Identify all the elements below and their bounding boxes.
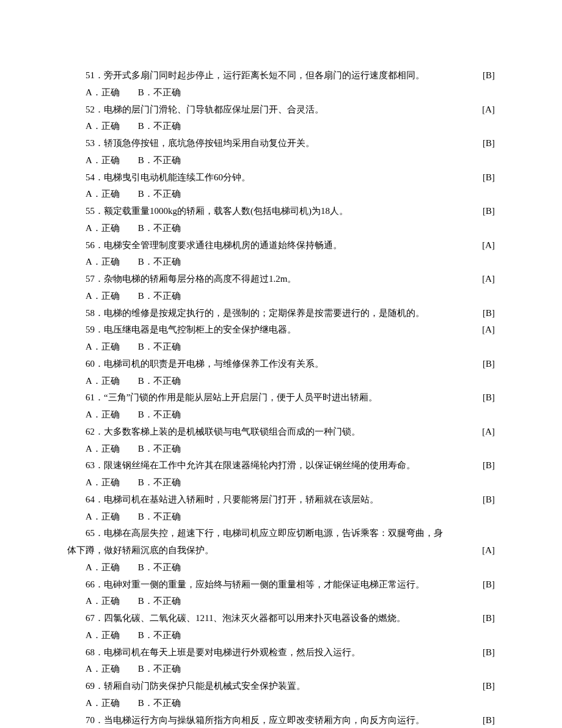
question-text: 51．旁开式多扇门同时起步停止，运行距离长短不同，但各扇门的运行速度都相同。 (67, 67, 478, 84)
answer-options: A．正确B．不正确 (67, 441, 495, 458)
option-b: B．不正确 (138, 630, 181, 640)
option-a: A．正确 (86, 87, 120, 97)
question-continuation-line: 体下蹲，做好轿厢沉底的自我保护。[A] (67, 542, 495, 559)
option-a: A．正确 (86, 596, 120, 606)
answer-key: [B] (483, 678, 495, 695)
option-a: A．正确 (86, 630, 120, 640)
question-text: 67．四氯化碳、二氧化碳、1211、泡沫灭火器都可以用来扑灭电器设备的燃烧。 (67, 610, 478, 627)
option-b: B．不正确 (138, 342, 181, 351)
question-line: 70．当电梯运行方向与操纵箱所指方向相反，应立即改变轿厢方向，向反方向运行。[B… (67, 712, 495, 729)
answer-options: A．正确B．不正确 (67, 373, 495, 390)
answer-key: [B] (483, 169, 495, 186)
question-text: 68．电梯司机在每天上班是要对电梯进行外观检查，然后投入运行。 (67, 644, 478, 661)
option-a: A．正确 (86, 698, 120, 708)
question-text: 56．电梯安全管理制度要求通往电梯机房的通道始终保持畅通。 (67, 237, 477, 254)
question-text: 63．限速钢丝绳在工作中允许其在限速器绳轮内打滑，以保证钢丝绳的使用寿命。 (67, 457, 478, 474)
answer-options: A．正确B．不正确 (67, 186, 495, 203)
option-b: B．不正确 (138, 376, 181, 386)
answer-key: [B] (483, 457, 495, 474)
answer-key: [A] (482, 271, 495, 288)
answer-key: [B] (483, 491, 495, 509)
answer-options: A．正确B．不正确 (67, 474, 495, 491)
question-continuation-text: 体下蹲，做好轿厢沉底的自我保护。 (67, 542, 477, 559)
option-b: B．不正确 (138, 87, 181, 97)
option-a: A．正确 (86, 664, 120, 674)
answer-key: [A] (482, 322, 495, 339)
option-b: B．不正确 (138, 664, 181, 674)
question-text: 57．杂物电梯的轿厢每层分格的高度不得超过1.2m。 (67, 271, 477, 288)
answer-key: [B] (483, 135, 495, 152)
answer-key: [B] (483, 203, 495, 220)
answer-options: A．正确B．不正确 (67, 254, 495, 271)
answer-options: A．正确B．不正确 (67, 559, 495, 576)
option-b: B．不正确 (138, 477, 181, 487)
answer-options: A．正确B．不正确 (67, 593, 495, 610)
question-text: 66．电砷对重一侧的重量，应始终与轿厢一侧的重量相等，才能保证电梯正常运行。 (67, 576, 478, 594)
option-b: B．不正确 (138, 257, 181, 267)
answer-key: [A] (482, 237, 495, 254)
question-text: 62．大多数客梯上装的是机械联锁与电气联锁组合而成的一种门锁。 (67, 424, 477, 441)
answer-options: A．正确B．不正确 (67, 339, 495, 356)
option-a: A．正确 (86, 477, 120, 487)
question-line: 54．电梯曳引电动机能连续工作60分钟。[B] (67, 169, 495, 186)
question-text: 53．轿顶急停按钮，底坑急停按钮均采用自动复位开关。 (67, 135, 478, 152)
question-line: 65．电梯在高层失控，超速下行，电梯司机应立即应切断电源，告诉乘客：双腿弯曲，身 (67, 525, 495, 542)
question-line: 60．电梯司机的职责是开电梯，与维修保养工作没有关系。[B] (67, 356, 495, 373)
question-line: 67．四氯化碳、二氧化碳、1211、泡沫灭火器都可以用来扑灭电器设备的燃烧。[B… (67, 610, 495, 627)
question-line: 55．额定载重量1000kg的轿厢，载客人数(包括电梯司机)为18人。[B] (67, 203, 495, 220)
option-a: A．正确 (86, 444, 120, 454)
answer-options: A．正确B．不正确 (67, 288, 495, 305)
option-a: A．正确 (86, 342, 120, 351)
question-line: 52．电梯的层门门滑轮、门导轨都应保址层门开、合灵活。[A] (67, 101, 495, 119)
option-a: A．正确 (86, 410, 120, 419)
answer-key: [B] (483, 712, 495, 729)
option-a: A．正确 (86, 121, 120, 131)
answer-options: A．正确B．不正确 (67, 661, 495, 678)
question-text: 69．轿厢自动门防夹保护只能是机械式安全保护装置。 (67, 678, 478, 695)
answer-options: A．正确B．不正确 (67, 695, 495, 712)
answer-key: [A] (482, 542, 495, 559)
option-a: A．正确 (86, 155, 120, 165)
question-line: 59．电压继电器是电气控制柜上的安全保护继电器。[A] (67, 322, 495, 339)
answer-key: [B] (483, 576, 495, 594)
option-a: A．正确 (86, 562, 120, 572)
answer-key: [B] (483, 389, 495, 406)
answer-key: [B] (483, 67, 495, 84)
question-line: 58．电梯的维修是按规定执行的，是强制的；定期保养是按需要进行的，是随机的。[B… (67, 305, 495, 322)
option-a: A．正确 (86, 189, 120, 199)
option-a: A．正确 (86, 512, 120, 521)
answer-options: A．正确B．不正确 (67, 627, 495, 644)
option-b: B．不正确 (138, 410, 181, 419)
option-a: A．正确 (86, 291, 120, 301)
answer-options: A．正确B．不正确 (67, 118, 495, 135)
answer-options: A．正确B．不正确 (67, 509, 495, 526)
option-b: B．不正确 (138, 512, 181, 521)
question-text: 55．额定载重量1000kg的轿厢，载客人数(包括电梯司机)为18人。 (67, 203, 478, 220)
answer-key: [A] (482, 424, 495, 441)
question-text: 70．当电梯运行方向与操纵箱所指方向相反，应立即改变轿厢方向，向反方向运行。 (67, 712, 478, 729)
answer-options: A．正确B．不正确 (67, 152, 495, 169)
option-b: B．不正确 (138, 562, 181, 572)
question-text: 54．电梯曳引电动机能连续工作60分钟。 (67, 169, 478, 186)
question-line: 61．“三角”门锁的作用是能从层站上开启层门，便于人员平时进出轿厢。[B] (67, 389, 495, 406)
option-b: B．不正确 (138, 223, 181, 233)
question-line: 57．杂物电梯的轿厢每层分格的高度不得超过1.2m。[A] (67, 271, 495, 288)
question-text: 59．电压继电器是电气控制柜上的安全保护继电器。 (67, 322, 477, 339)
option-b: B．不正确 (138, 444, 181, 454)
page-content: 51．旁开式多扇门同时起步停止，运行距离长短不同，但各扇门的运行速度都相同。[B… (0, 0, 562, 728)
answer-key: [B] (483, 610, 495, 627)
answer-key: [A] (482, 101, 495, 119)
answer-key: [B] (483, 644, 495, 661)
question-line: 63．限速钢丝绳在工作中允许其在限速器绳轮内打滑，以保证钢丝绳的使用寿命。[B] (67, 457, 495, 474)
answer-options: A．正确B．不正确 (67, 220, 495, 237)
option-b: B．不正确 (138, 155, 181, 165)
answer-options: A．正确B．不正确 (67, 406, 495, 424)
question-line: 68．电梯司机在每天上班是要对电梯进行外观检查，然后投入运行。[B] (67, 644, 495, 661)
question-text: 52．电梯的层门门滑轮、门导轨都应保址层门开、合灵活。 (67, 101, 477, 119)
option-b: B．不正确 (138, 291, 181, 301)
option-b: B．不正确 (138, 121, 181, 131)
option-a: A．正确 (86, 257, 120, 267)
answer-options: A．正确B．不正确 (67, 84, 495, 101)
answer-key: [B] (483, 356, 495, 373)
question-line: 69．轿厢自动门防夹保护只能是机械式安全保护装置。[B] (67, 678, 495, 695)
